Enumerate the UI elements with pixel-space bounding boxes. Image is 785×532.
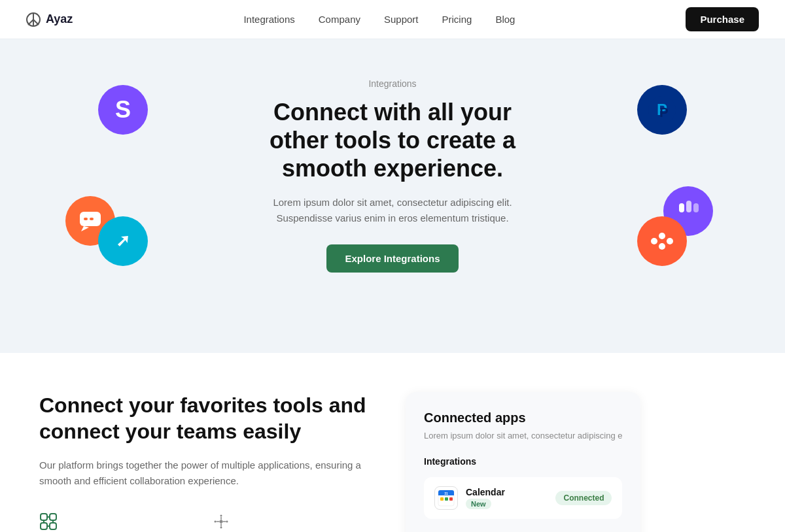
svg-rect-26	[50, 523, 56, 529]
integrations-label: Integrations	[249, 78, 536, 89]
feature-item-2: No additional costs We showcase differen…	[212, 512, 366, 532]
integration-item-left: 31 Calendar New	[434, 486, 505, 510]
svg-point-35	[215, 521, 217, 523]
svg-rect-24	[50, 514, 56, 520]
card-title: Connected apps	[424, 410, 622, 425]
nav-pricing[interactable]: Pricing	[442, 14, 472, 25]
purchase-button[interactable]: Purchase	[686, 7, 759, 31]
integration-name-calendar: Calendar New	[466, 487, 505, 509]
svg-point-18	[660, 239, 664, 243]
integrations-title: Connect with all your other tools to cre…	[249, 98, 536, 183]
integrations-center: Integrations Connect with all your other…	[249, 78, 536, 273]
navbar: Ayaz Integrations Company Support Pricin…	[0, 0, 785, 39]
chat-icon	[65, 196, 115, 246]
nav-links: Integrations Company Support Pricing Blo…	[243, 14, 515, 25]
nav-company[interactable]: Company	[319, 14, 360, 25]
svg-point-14	[659, 233, 665, 239]
feature-item-1: Unified and secure Discover the best opp…	[39, 512, 194, 532]
svg-rect-7	[80, 212, 101, 226]
svg-text:➚: ➚	[116, 231, 130, 250]
stripe-icon: S	[98, 85, 148, 135]
svg-text:P: P	[659, 105, 668, 120]
stars-icon	[212, 512, 366, 532]
features-grid: Unified and secure Discover the best opp…	[39, 512, 366, 532]
svg-rect-46	[449, 497, 453, 501]
integration-item-calendar: 31 Calendar New Connected	[424, 477, 622, 519]
nav-support[interactable]: Support	[384, 14, 419, 25]
bottom-section: Connect your favorites tools and connect…	[0, 353, 785, 532]
svg-rect-23	[41, 514, 47, 520]
new-badge: New	[466, 499, 491, 509]
connected-status: Connected	[555, 491, 612, 505]
svg-rect-45	[445, 497, 448, 501]
card-desc: Lorem ipsum dolor sit amet, consectetur …	[424, 431, 622, 441]
svg-point-15	[659, 243, 665, 250]
nav-integrations[interactable]: Integrations	[243, 14, 294, 25]
svg-point-4	[648, 96, 676, 124]
explore-integrations-button[interactable]: Explore Integrations	[326, 244, 458, 273]
svg-point-34	[220, 527, 222, 529]
svg-rect-8	[84, 218, 88, 220]
svg-text:P: P	[657, 101, 667, 118]
connected-apps-card: Connected apps Lorem ipsum dolor sit ame…	[406, 392, 640, 532]
svg-rect-10	[679, 203, 684, 212]
gcal-icon: 31	[434, 486, 458, 510]
svg-point-32	[220, 515, 222, 517]
paypal-icon: P P	[637, 85, 687, 135]
svg-line-3	[33, 20, 39, 25]
logo[interactable]: Ayaz	[26, 12, 73, 27]
svg-point-31	[220, 520, 223, 524]
bottom-desc: Our platform brings together the power o…	[39, 457, 366, 489]
svg-rect-12	[693, 203, 699, 212]
integrations-section: S P P	[0, 39, 785, 353]
svg-point-17	[667, 238, 673, 244]
integrations-desc: Lorem ipsum dolor sit amet, consectetur …	[249, 195, 536, 226]
sticker-icon	[663, 186, 713, 236]
bottom-title: Connect your favorites tools and connect…	[39, 392, 366, 444]
logo-text: Ayaz	[46, 12, 73, 26]
logo-icon	[26, 12, 41, 27]
hubspot-icon	[637, 216, 687, 266]
svg-rect-11	[686, 201, 691, 212]
bottom-left: Connect your favorites tools and connect…	[39, 392, 366, 532]
svg-line-2	[28, 20, 33, 25]
svg-point-33	[226, 521, 228, 523]
nav-blog[interactable]: Blog	[495, 14, 515, 25]
svg-text:31: 31	[444, 491, 448, 495]
svg-rect-9	[90, 218, 94, 220]
arrow-icon: ➚	[98, 216, 148, 266]
svg-point-16	[651, 238, 657, 244]
integrations-section-label: Integrations	[424, 456, 622, 467]
svg-rect-44	[440, 497, 444, 501]
cmd-icon	[39, 512, 194, 532]
svg-rect-25	[41, 523, 47, 529]
